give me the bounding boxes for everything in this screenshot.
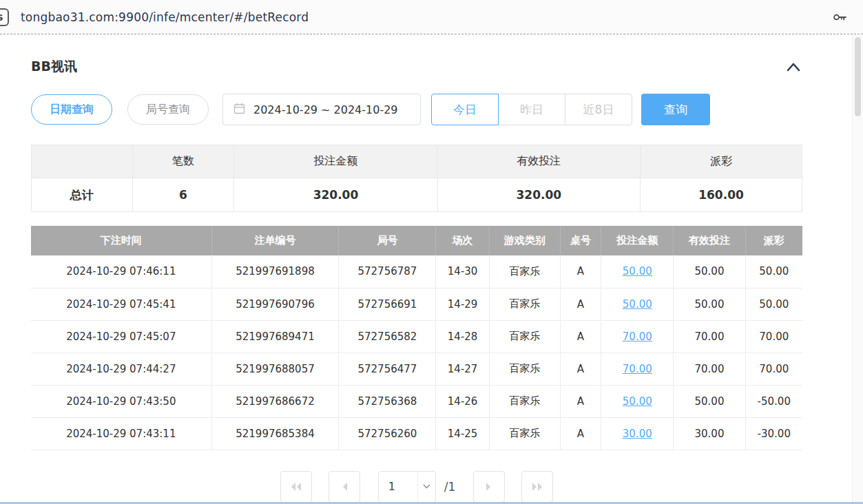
payout-cell: 70.00 — [745, 353, 802, 385]
summary-header-blank — [32, 145, 133, 178]
quick-date-group: 今日 昨日 近8日 — [431, 94, 632, 125]
session-cell: 14-26 — [436, 385, 489, 417]
order-cell: 521997691898 — [211, 255, 339, 288]
url-text[interactable]: tongbao31.com:9900/infe/mcenter/#/betRec… — [21, 10, 309, 24]
game-cell: 百家乐 — [489, 255, 560, 288]
time-cell: 2024-10-29 07:43:50 — [31, 385, 211, 417]
round-query-tab[interactable]: 局号查询 — [127, 94, 209, 125]
bet-amount-link[interactable]: 50.00 — [623, 265, 652, 277]
table-cell: A — [560, 288, 601, 320]
valid-cell: 30.00 — [674, 417, 745, 450]
time-cell: 2024-10-29 07:45:41 — [31, 288, 211, 320]
bet-cell: 50.00 — [601, 385, 674, 417]
round-cell: 572756787 — [339, 255, 436, 288]
browser-viewport: s tongbao31.com:9900/infe/mcenter/#/betR… — [0, 0, 863, 504]
yesterday-button[interactable]: 昨日 — [498, 94, 565, 125]
collapse-chevron-icon[interactable] — [784, 60, 802, 74]
header-table: 桌号 — [560, 226, 601, 255]
order-cell: 521997690796 — [211, 288, 339, 320]
filter-row: 日期查询 局号查询 2024-10-29 ~ 2024-10-29 今日 昨日 … — [31, 94, 802, 125]
header-bet: 投注金额 — [601, 226, 674, 255]
bet-cell: 50.00 — [601, 288, 674, 320]
header-game: 游戏类别 — [489, 226, 560, 255]
table-header-row: 下注时间 注单编号 局号 场次 游戏类别 桌号 投注金额 有效投注 派彩 — [31, 226, 802, 255]
last-page-button[interactable] — [521, 471, 553, 503]
session-cell: 14-29 — [436, 288, 489, 320]
round-cell: 572756260 — [339, 417, 436, 450]
first-page-button[interactable] — [280, 471, 312, 503]
panel-title: BB视讯 — [31, 58, 77, 76]
game-cell: 百家乐 — [489, 288, 560, 320]
table-row: 2024-10-29 07:43:50 521997686672 5727563… — [31, 385, 802, 417]
table-row: 2024-10-29 07:46:11 521997691898 5727567… — [31, 255, 802, 288]
header-order: 注单编号 — [211, 226, 339, 255]
header-payout: 派彩 — [745, 226, 802, 255]
cutoff-extension-icon: s — [0, 8, 9, 26]
valid-cell: 70.00 — [674, 320, 745, 353]
bet-amount-link[interactable]: 30.00 — [623, 428, 652, 440]
next-page-button[interactable] — [473, 471, 505, 503]
table-cell: A — [560, 320, 601, 353]
game-cell: 百家乐 — [489, 320, 560, 353]
summary-header-valid: 有效投注 — [437, 145, 640, 178]
table-cell: A — [560, 417, 601, 450]
today-button[interactable]: 今日 — [431, 94, 499, 125]
payout-cell: -50.00 — [745, 385, 802, 417]
page-select[interactable]: 1 — [378, 471, 436, 503]
summary-valid-value: 320.00 — [437, 178, 640, 212]
summary-bet-value: 320.00 — [234, 178, 437, 212]
order-cell: 521997685384 — [211, 417, 339, 450]
bet-cell: 70.00 — [601, 353, 674, 385]
table-cell: A — [560, 385, 601, 417]
time-cell: 2024-10-29 07:46:11 — [31, 255, 211, 288]
order-cell: 521997689471 — [211, 320, 339, 353]
order-cell: 521997686672 — [211, 385, 339, 417]
valid-cell: 50.00 — [674, 385, 745, 417]
bet-cell: 50.00 — [601, 255, 674, 288]
vertical-scrollbar[interactable] — [852, 35, 863, 502]
pagination: 1 /1 — [31, 471, 802, 503]
summary-payout-value: 160.00 — [640, 178, 802, 212]
browser-address-bar[interactable]: s tongbao31.com:9900/infe/mcenter/#/betR… — [0, 0, 863, 34]
payout-cell: 50.00 — [745, 288, 802, 320]
game-cell: 百家乐 — [489, 353, 560, 385]
summary-total-label: 总计 — [32, 178, 133, 212]
valid-cell: 50.00 — [674, 255, 745, 288]
session-cell: 14-28 — [436, 320, 489, 353]
table-row: 2024-10-29 07:45:07 521997689471 5727565… — [31, 320, 802, 353]
summary-header-bet: 投注金额 — [234, 145, 437, 178]
previous-page-button[interactable] — [329, 471, 360, 503]
table-row: 2024-10-29 07:44:27 521997688057 5727564… — [31, 353, 802, 385]
bet-amount-link[interactable]: 50.00 — [623, 395, 652, 408]
header-round: 局号 — [339, 226, 436, 255]
session-cell: 14-25 — [436, 417, 489, 450]
table-row: 2024-10-29 07:43:11 521997685384 5727562… — [31, 417, 802, 450]
summary-header-row: 笔数 投注金额 有效投注 派彩 — [32, 145, 802, 178]
last-8-days-button[interactable]: 近8日 — [565, 94, 632, 125]
header-time: 下注时间 — [31, 226, 211, 255]
bet-amount-link[interactable]: 70.00 — [623, 330, 652, 343]
search-button[interactable]: 查询 — [641, 94, 710, 125]
game-cell: 百家乐 — [489, 385, 560, 417]
summary-total-row: 总计 6 320.00 320.00 160.00 — [32, 178, 802, 212]
table-cell: A — [560, 255, 601, 288]
summary-count-value: 6 — [132, 178, 234, 212]
summary-table: 笔数 投注金额 有效投注 派彩 总计 6 320.00 320.00 160.0… — [31, 145, 802, 212]
bet-amount-link[interactable]: 70.00 — [623, 363, 652, 375]
bet-record-panel: BB视讯 日期查询 局号查询 2024-1 — [0, 58, 863, 503]
time-cell: 2024-10-29 07:44:27 — [31, 353, 211, 385]
header-valid: 有效投注 — [674, 226, 745, 255]
session-cell: 14-27 — [436, 353, 489, 385]
date-range-input[interactable]: 2024-10-29 ~ 2024-10-29 — [222, 94, 421, 125]
round-cell: 572756477 — [339, 353, 436, 385]
round-cell: 572756691 — [339, 288, 436, 320]
panel-header: BB视讯 — [31, 58, 802, 76]
bet-amount-link[interactable]: 50.00 — [623, 298, 652, 311]
header-session: 场次 — [436, 226, 489, 255]
scrollbar-thumb[interactable] — [855, 37, 861, 116]
summary-header-payout: 派彩 — [640, 145, 802, 178]
password-key-icon[interactable] — [831, 9, 848, 25]
session-cell: 14-30 — [436, 255, 489, 288]
date-query-tab[interactable]: 日期查询 — [31, 94, 112, 125]
chevron-down-icon — [417, 472, 435, 502]
